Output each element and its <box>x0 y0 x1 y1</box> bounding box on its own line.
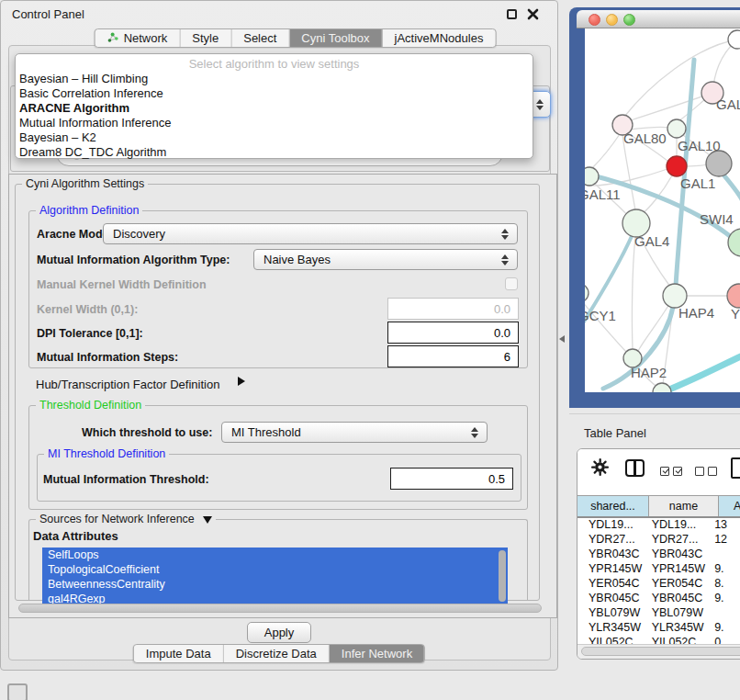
collapsed-panel-icon[interactable] <box>7 683 28 700</box>
kernel-width-field[interactable]: 0.0 <box>387 298 519 320</box>
tab-label: Infer Network <box>342 647 412 660</box>
table-row[interactable]: YIL052CYIL052C0. <box>577 636 740 644</box>
network-edge[interactable] <box>629 128 669 130</box>
float-panel-icon[interactable] <box>507 9 517 19</box>
node-label: GAL11 <box>585 186 621 202</box>
network-node-gal11[interactable] <box>585 167 599 186</box>
collapse-arrow-icon[interactable] <box>203 516 212 524</box>
function-builder-icon[interactable] <box>731 457 740 479</box>
expand-arrow-icon[interactable] <box>238 377 245 386</box>
network-node[interactable] <box>706 151 732 176</box>
zoom-window-icon[interactable] <box>623 14 635 26</box>
aracne-mode-combo[interactable]: Discovery <box>103 223 518 244</box>
network-node[interactable] <box>653 383 671 392</box>
table-cell: 9. <box>709 592 740 606</box>
select-all-columns-icon[interactable] <box>660 463 686 480</box>
tab-infer-network[interactable]: Infer Network <box>330 645 424 662</box>
table-row[interactable]: YBR043CYBR043C <box>577 548 740 562</box>
network-node-gal10[interactable] <box>667 119 686 138</box>
minimize-window-icon[interactable] <box>606 14 618 26</box>
tab-label: Network <box>124 31 168 45</box>
manual-kernel-checkbox[interactable] <box>505 277 518 290</box>
table-cell: 9. <box>709 621 740 636</box>
panel-divider[interactable] <box>569 413 740 414</box>
dpi-tolerance-field[interactable]: 0.0 <box>387 322 519 344</box>
apply-button[interactable]: Apply <box>247 622 311 643</box>
list-scrollbar-thumb[interactable] <box>499 550 506 602</box>
tab-jactivemnodules[interactable]: jActiveMNodules <box>383 29 496 47</box>
table-cell: YDL19... <box>645 518 710 533</box>
network-edge[interactable] <box>632 237 635 349</box>
attribute-item-betweennesscentrality[interactable]: BetweennessCentrality <box>42 577 508 592</box>
tab-network[interactable]: Network <box>95 29 181 47</box>
combo-spinner-icon <box>535 92 544 117</box>
network-node-swi4[interactable] <box>728 229 740 256</box>
network-node[interactable] <box>728 30 740 49</box>
tab-cyni-toolbox[interactable]: Cyni Toolbox <box>289 29 382 47</box>
pane-collapse-handle-icon[interactable] <box>559 335 565 343</box>
table-cell: YER054C <box>577 577 645 592</box>
algorithm-option-bayesian-hill-climbing[interactable]: Bayesian – Hill Climbing <box>16 72 533 86</box>
attribute-item-topologicalcoefficient[interactable]: TopologicalCoefficient <box>42 562 508 577</box>
network-edge[interactable] <box>658 356 740 392</box>
network-node-y[interactable] <box>727 284 740 308</box>
tab-discretize-data[interactable]: Discretize Data <box>224 645 330 662</box>
mi-threshold-group: MI Threshold Definition Mutual Informati… <box>37 454 521 502</box>
close-panel-icon[interactable] <box>527 8 539 20</box>
column-header-a[interactable]: A <box>719 496 740 516</box>
hub-section-label: Hub/Transcription Factor Definition <box>36 378 219 391</box>
control-panel-titlebar[interactable]: Control Panel <box>1 1 557 27</box>
tab-style[interactable]: Style <box>180 29 231 47</box>
table-row[interactable]: YDL19...YDL19...13 <box>577 518 740 533</box>
column-header-name[interactable]: name <box>649 496 719 516</box>
table-row[interactable]: YBL079WYBL079W <box>577 606 740 621</box>
mi-threshold-field[interactable]: 0.5 <box>390 468 513 490</box>
algorithm-option-basic-correlation-inference[interactable]: Basic Correlation Inference <box>16 86 533 101</box>
algorithm-option-dream8-dc-tdc-algorithm[interactable]: Dream8 DC_TDC Algorithm <box>16 145 533 160</box>
table-row[interactable]: YER054CYER054C8. <box>577 577 740 592</box>
network-edge[interactable] <box>631 93 712 120</box>
network-edge[interactable] <box>686 164 707 166</box>
split-column-icon[interactable] <box>625 459 645 477</box>
gear-icon[interactable] <box>591 458 609 480</box>
close-window-icon[interactable] <box>589 14 600 26</box>
mi-steps-field[interactable]: 6 <box>387 345 519 367</box>
table-cell: 13 <box>709 518 740 533</box>
algorithm-option-mutual-information-inference[interactable]: Mutual Information Inference <box>16 116 533 130</box>
settings-hscrollbar[interactable] <box>17 603 544 615</box>
network-window-titlebar[interactable] <box>577 10 740 28</box>
manual-kernel-label: Manual Kernel Width Definition <box>37 278 207 291</box>
table-row[interactable]: YPR145WYPR145W9. <box>577 562 740 577</box>
table-row[interactable]: YLR345WYLR345W9. <box>577 621 740 636</box>
cyni-settings-scrollpane: Cyni Algorithm Settings Algorithm Defini… <box>8 174 557 618</box>
table-row[interactable]: YDR27...YDR27...12 <box>577 533 740 548</box>
algorithm-option-bayesian-k2[interactable]: Bayesian – K2 <box>16 130 533 145</box>
table-cell: YDR27... <box>577 533 645 548</box>
mi-type-combo[interactable]: Naive Bayes <box>253 249 518 270</box>
deselect-all-columns-icon[interactable] <box>695 463 721 480</box>
network-edge[interactable] <box>622 135 635 210</box>
table-panel-window: shared...nameA YDL19...YDL19...13YDR27..… <box>577 448 740 660</box>
cyni-algorithm-settings-title: Cyni Algorithm Settings <box>22 177 148 190</box>
mi-type-label: Mutual Information Algorithm Type: <box>37 254 230 266</box>
network-canvas[interactable]: GALGAL80GAL10GAL1GAL11GAL4SWI4GCY1HAP4YH… <box>585 28 740 392</box>
data-attributes-list[interactable]: SelfLoopsTopologicalCoefficientBetweenne… <box>42 548 508 606</box>
algorithm-option-aracne-algorithm[interactable]: ARACNE Algorithm <box>16 101 533 116</box>
network-edge[interactable] <box>592 134 620 168</box>
tab-select[interactable]: Select <box>231 29 289 47</box>
network-node-gcy1[interactable] <box>585 284 589 302</box>
table-row[interactable]: YBR045CYBR045C9. <box>577 592 740 606</box>
node-label: GAL4 <box>634 233 669 249</box>
column-header-shared[interactable]: shared... <box>577 496 649 516</box>
attribute-item-selfloops[interactable]: SelfLoops <box>42 548 508 562</box>
control-panel-tab-bar: NetworkStyleSelectCyni ToolboxjActiveMNo… <box>95 28 497 48</box>
table-body: YDL19...YDL19...13YDR27...YDR27...12YBR0… <box>577 518 740 644</box>
table-cell: YBR043C <box>577 548 645 562</box>
network-node-gal1[interactable] <box>667 156 687 176</box>
which-threshold-combo[interactable]: MI Threshold <box>221 422 488 443</box>
table-hscrollbar[interactable] <box>577 644 740 659</box>
tab-label: Select <box>243 31 276 45</box>
network-edge[interactable] <box>723 174 740 201</box>
tab-impute-data[interactable]: Impute Data <box>134 645 224 662</box>
table-cell: YLR345W <box>577 621 645 636</box>
